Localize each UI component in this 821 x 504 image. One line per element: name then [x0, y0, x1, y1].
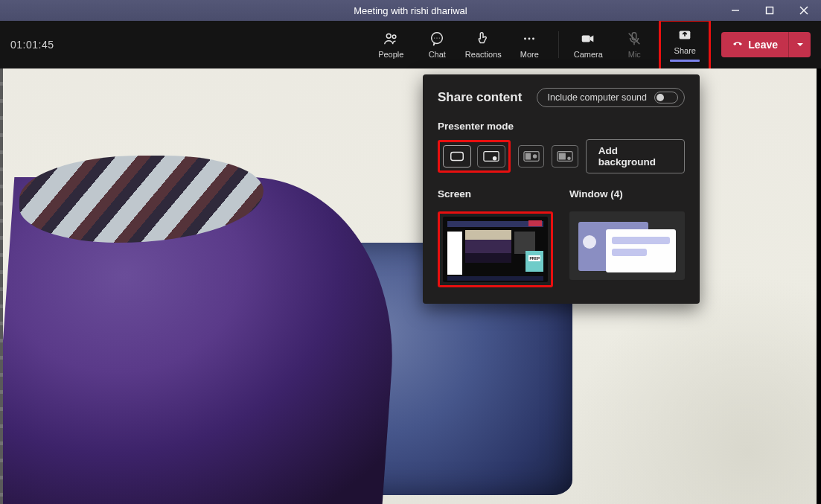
chat-button[interactable]: Chat — [415, 23, 459, 66]
svg-rect-13 — [582, 35, 590, 42]
mic-muted-icon — [626, 31, 642, 47]
svg-rect-22 — [525, 153, 530, 159]
more-button[interactable]: More — [508, 23, 551, 66]
meeting-title: Meeting with rishi dhariwal — [354, 5, 467, 16]
leave-button[interactable]: Leave — [721, 32, 788, 57]
people-label: People — [378, 50, 403, 59]
svg-rect-1 — [767, 7, 773, 14]
presenter-mode-row: Add background — [438, 139, 685, 173]
leave-label: Leave — [748, 39, 778, 51]
add-background-button[interactable]: Add background — [586, 139, 685, 173]
mic-label: Mic — [628, 50, 641, 59]
reactions-button[interactable]: Reactions — [461, 23, 505, 66]
close-button[interactable] — [787, 0, 821, 21]
presenter-mode-standout[interactable] — [477, 145, 505, 168]
share-active-indicator — [670, 60, 700, 62]
window-controls — [718, 0, 821, 21]
share-label: Share — [674, 46, 696, 55]
share-icon — [677, 27, 693, 43]
camera-label: Camera — [574, 50, 603, 59]
toggle-switch-icon — [654, 92, 678, 103]
include-sound-toggle[interactable]: Include computer sound — [537, 88, 685, 107]
svg-point-11 — [528, 38, 531, 40]
svg-point-20 — [493, 156, 497, 161]
people-icon — [383, 31, 399, 47]
include-sound-label: Include computer sound — [548, 92, 647, 103]
screen-thumbnail[interactable]: PREP — [443, 217, 548, 282]
left-ruler — [0, 68, 3, 504]
svg-point-8 — [437, 38, 438, 39]
svg-rect-18 — [451, 153, 464, 161]
share-content-panel: Share content Include computer sound Pre… — [423, 74, 700, 304]
titlebar: Meeting with rishi dhariwal — [0, 0, 821, 21]
panel-title: Share content — [438, 90, 522, 105]
window-label: Window (4) — [569, 188, 685, 200]
meeting-timer: 01:01:45 — [10, 39, 54, 51]
share-highlight: Share — [659, 19, 711, 71]
share-button[interactable]: Share — [663, 23, 706, 66]
window-thumbnail[interactable] — [569, 211, 685, 280]
chat-icon — [429, 31, 445, 47]
meeting-toolbar: 01:01:45 People Chat Reactions More Came… — [0, 21, 821, 68]
svg-point-12 — [532, 38, 534, 40]
presenter-mode-content-only[interactable] — [443, 145, 471, 168]
svg-point-7 — [435, 38, 435, 39]
more-label: More — [520, 50, 539, 59]
presenter-mode-label: Presenter mode — [438, 121, 685, 132]
svg-point-26 — [567, 156, 571, 160]
leave-chevron[interactable] — [788, 32, 811, 57]
screen-label: Screen — [438, 188, 553, 200]
svg-rect-25 — [559, 153, 566, 159]
reactions-icon — [475, 31, 491, 47]
add-background-label: Add background — [598, 145, 656, 168]
maximize-button[interactable] — [753, 0, 787, 21]
more-icon — [521, 31, 537, 47]
camera-icon — [580, 31, 596, 47]
svg-point-10 — [524, 38, 526, 40]
chat-label: Chat — [429, 50, 446, 59]
screen-highlight: PREP — [438, 211, 553, 287]
svg-point-5 — [393, 35, 397, 39]
mic-button[interactable]: Mic — [613, 23, 656, 66]
presenter-mode-highlight — [438, 140, 511, 173]
toolbar-divider — [558, 31, 559, 58]
presenter-mode-side-by-side[interactable] — [518, 145, 544, 168]
people-button[interactable]: People — [369, 23, 412, 66]
camera-button[interactable]: Camera — [566, 23, 610, 66]
presenter-mode-reporter[interactable] — [552, 145, 578, 168]
leave-group: Leave — [721, 32, 811, 57]
minimize-button[interactable] — [718, 0, 753, 21]
svg-rect-19 — [484, 152, 499, 162]
reactions-label: Reactions — [465, 50, 502, 59]
svg-point-4 — [387, 34, 392, 38]
svg-point-9 — [439, 38, 440, 39]
svg-point-23 — [533, 154, 537, 159]
hangup-icon — [732, 38, 744, 52]
